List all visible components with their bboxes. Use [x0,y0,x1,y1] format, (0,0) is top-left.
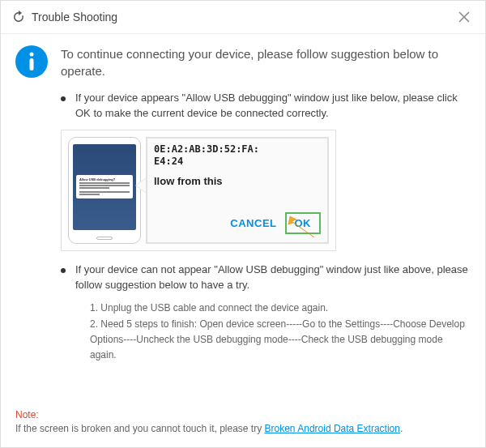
close-icon [458,11,471,23]
refresh-icon [12,11,25,23]
zoom-buttons: CANCEL OK [154,212,321,237]
heading-text: To continue connecting your device, plea… [61,45,471,79]
instruction-2-steps: 1. Unplug the USB cable and connect the … [75,301,471,363]
mac-address-line-2: E4:24 [154,156,321,169]
instruction-item-2: If your device can not appear "Allow USB… [15,262,471,363]
note-text: If the screen is broken and you cannot t… [15,423,265,434]
info-icon [15,45,48,78]
popup-title: Allow USB debugging? [79,177,130,181]
phone-screen: Allow USB debugging? [73,144,136,230]
zoom-panel: 0E:A2:AB:3D:52:FA: E4:24 llow from this … [146,137,329,244]
phone-popup: Allow USB debugging? [76,175,133,198]
broken-android-link[interactable]: Broken Android Data Extraction [265,423,400,434]
instruction-2-text: If your device can not appear "Allow USB… [75,262,471,293]
cancel-button-sample: CANCEL [230,217,276,229]
mac-address-line-1: 0E:A2:AB:3D:52:FA: [154,143,321,156]
svg-point-1 [30,53,34,57]
titlebar: Trouble Shooting [1,1,485,34]
step-2: 2. Need 5 steps to finish: Open device s… [90,317,471,364]
step-1: 1. Unplug the USB cable and connect the … [90,301,471,316]
close-button[interactable] [454,7,474,27]
bullet-icon [61,96,66,101]
instruction-item-1: If your device appears "Allow USB debugg… [15,91,471,122]
troubleshooting-dialog: Trouble Shooting To continue connecting … [0,0,486,448]
dialog-title: Trouble Shooting [32,11,117,23]
footer-note: Note: If the screen is broken and you ca… [15,408,471,436]
instruction-1-text: If your device appears "Allow USB debugg… [75,91,471,122]
svg-rect-2 [30,58,34,70]
note-label: Note: [15,408,471,422]
ok-button-sample: OK [285,212,322,234]
phone-mockup: Allow USB debugging? [68,137,141,244]
usb-debugging-illustration: Allow USB debugging? 0E:A2:AB:3D:52:FA: … [61,130,336,251]
heading-row: To continue connecting your device, plea… [15,45,471,79]
instruction-2-body: If your device can not appear "Allow USB… [75,262,471,363]
phone-home-button [96,237,113,240]
note-period: . [400,423,403,434]
bullet-icon [61,268,66,273]
zoom-prompt-text: llow from this [154,175,321,187]
dialog-content: To continue connecting your device, plea… [1,34,485,363]
